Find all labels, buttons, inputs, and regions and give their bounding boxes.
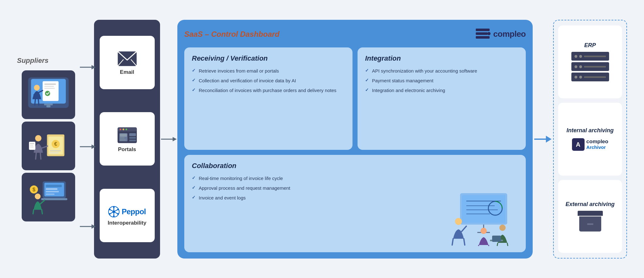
compleo-logo: compleo bbox=[475, 27, 526, 41]
svg-rect-53 bbox=[129, 137, 136, 139]
receiving-item-3: Reconciliation of invoices with purchase… bbox=[192, 87, 345, 94]
svg-rect-24 bbox=[30, 143, 34, 144]
svg-line-10 bbox=[38, 99, 39, 105]
saas-top-row: Receiving / Verification Retrieve invoic… bbox=[184, 47, 526, 150]
svg-rect-71 bbox=[462, 195, 505, 223]
receiving-card: Receiving / Verification Retrieve invoic… bbox=[184, 47, 353, 150]
archivor-logo: A compleo Archivor bbox=[572, 138, 608, 151]
svg-rect-50 bbox=[120, 137, 125, 139]
svg-line-20 bbox=[42, 146, 47, 148]
collaboration-content: Collaboration Real-time monitoring of in… bbox=[192, 162, 433, 247]
server-rack-3 bbox=[571, 73, 609, 81]
integration-item-3: Integration and electronic archiving bbox=[365, 87, 518, 94]
compleo-logo-text: compleo bbox=[493, 29, 526, 39]
integration-list: API synchronization with your accounting… bbox=[365, 68, 518, 94]
svg-point-64 bbox=[109, 213, 110, 215]
supplier-arrows bbox=[80, 28, 94, 266]
channel-interop-label: Interoperability bbox=[108, 220, 147, 226]
server-dot-4 bbox=[579, 65, 582, 68]
svg-point-86 bbox=[499, 225, 506, 231]
svg-line-39 bbox=[40, 200, 45, 204]
saas-to-dest-arrow-col bbox=[533, 20, 553, 259]
saas-dashboard: SaaS – Control Dashboard compleo Receivi… bbox=[177, 20, 533, 259]
svg-rect-30 bbox=[46, 188, 58, 190]
channel-email-card: Email bbox=[100, 36, 155, 89]
svg-rect-52 bbox=[129, 133, 136, 136]
server-dot-3 bbox=[575, 65, 577, 68]
receiving-list: Retrieve invoices from email or portals … bbox=[192, 68, 345, 94]
destinations-column: ERP Interna bbox=[553, 20, 627, 259]
channel-portals-label: Portals bbox=[118, 146, 136, 153]
svg-rect-26 bbox=[30, 146, 34, 147]
integration-item-2: Payment status management bbox=[365, 77, 518, 84]
svg-rect-12 bbox=[47, 105, 51, 107]
integration-item-1: API synchronization with your accounting… bbox=[365, 68, 518, 74]
svg-text:€: € bbox=[54, 141, 57, 147]
svg-rect-54 bbox=[129, 139, 136, 141]
svg-rect-49 bbox=[120, 134, 127, 137]
external-archiving-card: External archiving bbox=[558, 180, 622, 253]
svg-rect-18 bbox=[50, 152, 59, 153]
archivor-subtitle-text: Archivor bbox=[586, 145, 608, 150]
server-dot-5 bbox=[575, 76, 577, 79]
svg-rect-25 bbox=[30, 145, 33, 145]
saas-bottom-row: Collaboration Real-time monitoring of in… bbox=[184, 155, 526, 252]
svg-line-38 bbox=[42, 210, 42, 214]
collaboration-list: Real-time monitoring of invoice life cyc… bbox=[192, 175, 433, 201]
server-dot-6 bbox=[579, 76, 582, 79]
svg-point-62 bbox=[117, 213, 119, 215]
channels-column: Email bbox=[94, 20, 160, 259]
svg-line-88 bbox=[507, 243, 508, 246]
receiving-item-1: Retrieve invoices from email or portals bbox=[192, 68, 345, 74]
server-dot-2 bbox=[579, 55, 582, 58]
internal-archiving-card: Internal archiving A compleo Archivor bbox=[558, 103, 622, 176]
erp-icon bbox=[571, 52, 609, 81]
svg-rect-4 bbox=[44, 86, 54, 87]
svg-rect-68 bbox=[476, 36, 490, 39]
svg-line-21 bbox=[36, 153, 36, 159]
channel-email-label: Email bbox=[120, 69, 134, 75]
integration-title: Integration bbox=[365, 54, 518, 63]
suppliers-title: Suppliers bbox=[17, 57, 48, 65]
collaboration-card: Collaboration Real-time monitoring of in… bbox=[184, 155, 526, 252]
channel-to-saas-arrow bbox=[161, 137, 177, 141]
server-line-3 bbox=[584, 76, 606, 78]
svg-rect-11 bbox=[44, 103, 53, 105]
archive-icon bbox=[578, 211, 603, 232]
svg-rect-29 bbox=[46, 185, 62, 187]
svg-text:$: $ bbox=[32, 186, 35, 192]
receiving-title: Receiving / Verification bbox=[192, 54, 345, 63]
supplier-card-1 bbox=[22, 70, 75, 119]
svg-rect-91 bbox=[492, 236, 501, 242]
channel-to-saas-arrow-col bbox=[160, 20, 177, 259]
server-line bbox=[584, 56, 606, 57]
saas-to-dest-arrow bbox=[534, 136, 552, 143]
saas-header: SaaS – Control Dashboard compleo bbox=[184, 27, 526, 41]
channel-interoperability-card: Peppol Interoperability bbox=[100, 189, 155, 242]
arrow-supplier-3 bbox=[80, 224, 96, 229]
collab-item-2: Approval process and request management bbox=[192, 185, 433, 191]
archivor-compleo-text: compleo bbox=[586, 139, 608, 145]
svg-point-6 bbox=[45, 91, 50, 96]
svg-line-87 bbox=[497, 243, 498, 246]
archive-body bbox=[579, 216, 601, 232]
svg-point-79 bbox=[455, 218, 462, 225]
server-rack-2 bbox=[571, 62, 609, 71]
svg-point-61 bbox=[109, 209, 110, 210]
svg-point-63 bbox=[117, 209, 119, 210]
collaboration-illustration bbox=[440, 162, 518, 247]
email-icon bbox=[117, 51, 137, 67]
erp-card: ERP bbox=[558, 25, 622, 98]
svg-point-65 bbox=[113, 210, 115, 213]
svg-line-37 bbox=[33, 210, 34, 214]
svg-line-80 bbox=[462, 226, 466, 232]
svg-point-60 bbox=[113, 215, 114, 217]
collab-item-3: Invoice and event logs bbox=[192, 194, 433, 201]
svg-line-22 bbox=[40, 153, 41, 159]
svg-point-46 bbox=[122, 128, 124, 130]
external-archiving-title: External archiving bbox=[565, 201, 614, 208]
svg-line-9 bbox=[35, 99, 36, 105]
diagram-container: Suppliers bbox=[8, 7, 636, 271]
archive-handle bbox=[587, 223, 593, 225]
svg-point-59 bbox=[113, 206, 114, 208]
